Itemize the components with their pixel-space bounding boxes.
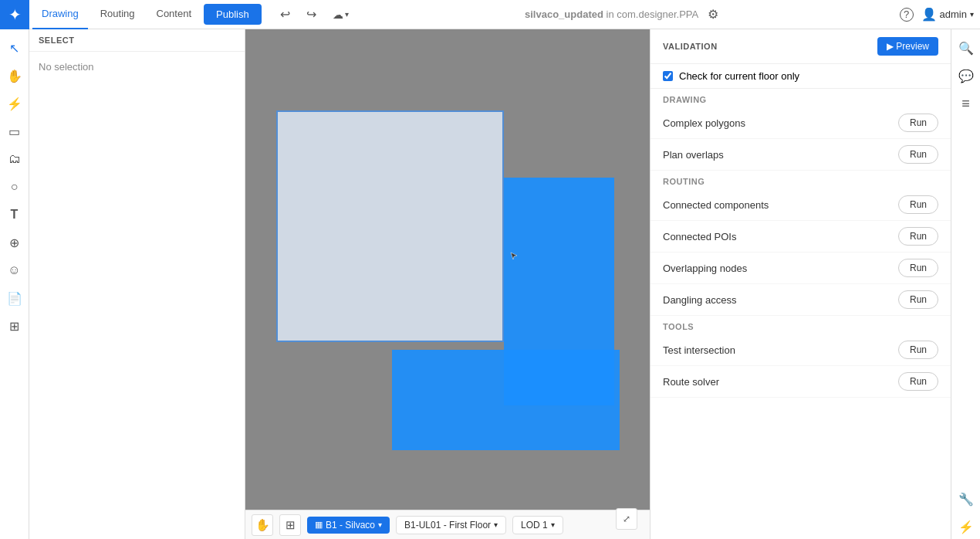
- section-routing: ROUTING: [651, 171, 951, 189]
- wrench-icon-btn[interactable]: 🔧: [954, 486, 978, 511]
- user-menu[interactable]: 👤 admin ▾: [921, 7, 974, 22]
- floor-selector-button[interactable]: ▦ B1 - Silvaco ▾: [307, 517, 390, 534]
- main-area: ↖ ✋ ⚡ ▭ 🗂 ○ T ⊕ ☺ 📄 ⊞ SELECT No selectio…: [0, 29, 980, 539]
- validation-title: VALIDATION: [663, 42, 718, 51]
- tab-routing[interactable]: Routing: [91, 0, 144, 29]
- cloud-chevron-icon: ▾: [345, 10, 349, 19]
- shape-blue-bottom[interactable]: [392, 350, 620, 450]
- validation-row-complex-polygons: Complex polygons Run: [651, 107, 951, 139]
- tool-stack[interactable]: ⊞: [2, 314, 27, 338]
- user-avatar-icon: 👤: [921, 7, 937, 22]
- tool-folder[interactable]: 🗂: [2, 147, 27, 171]
- no-selection-label: No selection: [29, 52, 245, 82]
- logo-icon: ✦: [8, 5, 22, 24]
- run-dangling-access-button[interactable]: Run: [898, 290, 938, 309]
- run-complex-polygons-button[interactable]: Run: [898, 114, 938, 132]
- search-icon-btn[interactable]: 🔍: [954, 36, 978, 60]
- validation-panel: VALIDATION ▶ Preview Check for current f…: [650, 29, 951, 539]
- tool-text[interactable]: T: [2, 202, 27, 227]
- section-tools: TOOLS: [651, 316, 951, 334]
- validation-row-dangling-access: Dangling access Run: [651, 284, 951, 316]
- validation-header: VALIDATION ▶ Preview: [651, 29, 951, 64]
- validation-row-overlapping-nodes: Overlapping nodes Run: [651, 253, 951, 284]
- validation-row-connected-components: Connected components Run: [651, 189, 951, 221]
- undo-button[interactable]: ↩: [274, 3, 297, 26]
- list-icon-btn[interactable]: ≡: [954, 91, 978, 116]
- cloud-sync-button[interactable]: ☁ ▾: [326, 5, 355, 24]
- run-connected-components-button[interactable]: Run: [898, 195, 938, 214]
- lightning-icon-btn[interactable]: ⚡: [954, 514, 978, 539]
- floor-checkbox[interactable]: [663, 71, 673, 81]
- help-button[interactable]: ?: [895, 3, 918, 26]
- tab-drawing[interactable]: Drawing: [32, 0, 88, 29]
- expand-button[interactable]: ⤢: [616, 508, 637, 530]
- project-title: silvaco_updated in com.designer.PPA: [525, 8, 698, 20]
- run-overlapping-nodes-button[interactable]: Run: [898, 259, 938, 277]
- hand-tool-button[interactable]: ✋: [252, 514, 273, 536]
- tool-doc[interactable]: 📄: [2, 286, 27, 310]
- tool-rect[interactable]: ▭: [2, 119, 27, 144]
- validation-row-test-intersection: Test intersection Run: [651, 334, 951, 366]
- canvas-area[interactable]: ✋ ⊞ ▦ B1 - Silvaco ▾ B1-UL01 - First Flo…: [245, 29, 650, 539]
- run-connected-pois-button[interactable]: Run: [898, 227, 938, 246]
- tool-circle[interactable]: ○: [2, 175, 27, 199]
- tool-stats[interactable]: ⚡: [2, 91, 27, 116]
- tool-face[interactable]: ☺: [2, 258, 27, 283]
- logo[interactable]: ✦: [0, 0, 29, 29]
- left-panel: SELECT No selection: [29, 29, 245, 539]
- floor-checkbox-label: Check for current floor only: [679, 70, 799, 82]
- run-test-intersection-button[interactable]: Run: [898, 341, 938, 359]
- settings-button[interactable]: ⚙: [701, 3, 725, 26]
- floor-building-icon: ▦: [315, 520, 323, 530]
- validation-row-connected-pois: Connected POIs Run: [651, 221, 951, 253]
- cloud-icon: ☁: [333, 8, 343, 21]
- tool-select[interactable]: ↖: [2, 36, 27, 60]
- topbar: ✦ Drawing Routing Content Publish ↩ ↪ ☁ …: [0, 0, 980, 29]
- validation-row-plan-overlaps: Plan overlaps Run: [651, 139, 951, 171]
- section-drawing: DRAWING: [651, 89, 951, 107]
- canvas-bottom-bar: ✋ ⊞ ▦ B1 - Silvaco ▾ B1-UL01 - First Flo…: [245, 510, 650, 539]
- redo-button[interactable]: ↪: [300, 3, 323, 26]
- chat-icon-btn[interactable]: 💬: [954, 63, 978, 88]
- publish-button[interactable]: Publish: [204, 4, 262, 25]
- tool-move[interactable]: ✋: [2, 63, 27, 88]
- panel-header-select: SELECT: [29, 29, 245, 52]
- tool-layers[interactable]: ⊕: [2, 230, 27, 255]
- preview-button[interactable]: ▶ Preview: [877, 37, 938, 56]
- run-route-solver-button[interactable]: Run: [898, 372, 938, 391]
- level-selector-button[interactable]: B1-UL01 - First Floor ▾: [396, 516, 506, 534]
- shape-light-rectangle[interactable]: [276, 110, 504, 342]
- right-toolbar: 🔍 💬 ≡ 🔧 ⚡: [951, 29, 980, 539]
- run-plan-overlaps-button[interactable]: Run: [898, 145, 938, 164]
- left-toolbar: ↖ ✋ ⚡ ▭ 🗂 ○ T ⊕ ☺ 📄 ⊞: [0, 29, 29, 539]
- grid-tool-button[interactable]: ⊞: [279, 514, 301, 536]
- floor-checkbox-row: Check for current floor only: [651, 64, 951, 89]
- validation-row-route-solver: Route solver Run: [651, 366, 951, 398]
- lod-selector-button[interactable]: LOD 1 ▾: [512, 516, 563, 534]
- tab-content[interactable]: Content: [147, 0, 201, 29]
